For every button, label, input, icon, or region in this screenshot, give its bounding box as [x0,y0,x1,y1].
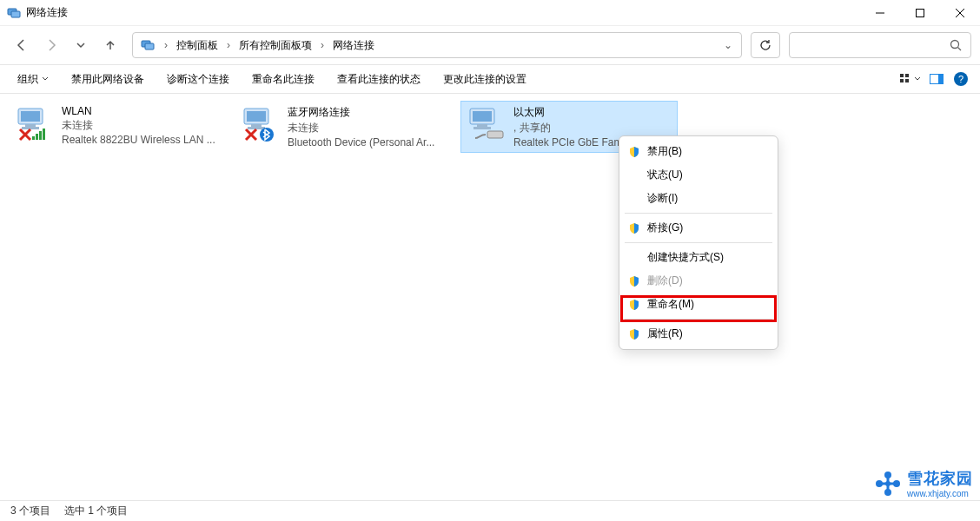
chevron-right-icon[interactable]: › [315,39,329,51]
ctx-label: 创建快捷方式(S) [647,250,724,265]
svg-point-41 [876,480,883,487]
svg-rect-27 [247,111,266,122]
adapter-name: WLAN [62,105,215,117]
context-menu: 禁用(B) 状态(U) 诊断(I) 桥接(G) 创建快捷方式(S) 删除(D) … [619,135,778,350]
diagnose-button[interactable]: 诊断这个连接 [156,69,240,90]
svg-rect-1 [11,11,20,17]
watermark-url: www.xhjaty.com [907,489,973,498]
svg-rect-3 [917,10,924,17]
svg-point-8 [951,41,959,49]
ctx-label: 状态(U) [647,168,683,182]
ctx-diagnose[interactable]: 诊断(I) [621,187,776,210]
chevron-down-icon [42,76,49,82]
search-input[interactable] [789,32,971,58]
svg-rect-11 [905,74,909,77]
svg-line-9 [958,48,962,51]
watermark: 雪花家园 www.xhjaty.com [874,468,973,498]
breadcrumb-item[interactable]: 控制面板 [173,36,222,55]
rename-button[interactable]: 重命名此连接 [242,69,325,90]
adapter-status: 未连接 [288,121,434,135]
svg-rect-34 [473,111,492,122]
svg-rect-18 [25,124,36,127]
command-bar: 组织 禁用此网络设备 诊断这个连接 重命名此连接 查看此连接的状态 更改此连接的… [0,64,980,94]
adapter-item-bluetooth[interactable]: 蓝牙网络连接 未连接 Bluetooth Device (Personal Ar… [235,101,452,153]
ctx-label: 禁用(B) [647,144,682,159]
organize-button[interactable]: 组织 [7,69,59,90]
item-count: 3 个项目 [10,504,50,518]
svg-rect-13 [905,79,909,82]
ctx-label: 重命名(M) [647,297,694,312]
svg-rect-7 [145,43,154,49]
watermark-title: 雪花家园 [907,468,973,489]
preview-pane-button[interactable] [924,69,949,89]
shield-icon [628,222,640,234]
status-bar: 3 个项目 选中 1 个项目 [0,500,980,521]
svg-rect-29 [248,127,265,129]
ctx-shortcut[interactable]: 创建快捷方式(S) [621,246,776,269]
minimize-button[interactable] [860,0,900,26]
close-button[interactable] [940,0,980,26]
view-options-button[interactable] [898,69,923,89]
back-button[interactable] [9,32,35,58]
svg-rect-23 [43,129,45,140]
svg-rect-19 [22,127,39,129]
selected-count: 选中 1 个项目 [64,504,128,518]
forward-button[interactable] [38,32,64,58]
disable-device-button[interactable]: 禁用此网络设备 [61,69,155,90]
ctx-status[interactable]: 状态(U) [621,163,776,187]
adapter-device: Realtek 8822BU Wireless LAN ... [62,134,215,146]
svg-point-38 [884,472,891,478]
bluetooth-icon [239,105,281,140]
shield-icon [628,146,640,158]
adapter-status: 未连接 [62,118,215,133]
chevron-right-icon[interactable]: › [222,39,235,51]
ctx-properties[interactable]: 属性(R) [621,322,776,346]
svg-point-39 [893,480,900,487]
separator [625,213,772,214]
up-button[interactable] [97,32,123,58]
ctx-delete: 删除(D) [621,269,776,293]
svg-point-40 [884,489,891,496]
svg-rect-28 [251,124,262,127]
wlan-icon [13,105,55,140]
navigation-row: › 控制面板 › 所有控制面板项 › 网络连接 ⌄ [0,26,980,64]
adapter-name: 以太网 [513,105,636,120]
svg-rect-12 [900,79,904,82]
adapter-device: Bluetooth Device (Personal Ar... [288,136,434,148]
chevron-down-icon [914,76,921,82]
svg-rect-37 [487,131,503,138]
ctx-label: 删除(D) [647,274,683,288]
maximize-button[interactable] [900,0,940,26]
breadcrumb-item[interactable]: 所有控制面板项 [235,36,315,55]
svg-rect-21 [36,134,38,140]
window-title: 网络连接 [26,5,860,20]
adapter-item-wlan[interactable]: WLAN 未连接 Realtek 8822BU Wireless LAN ... [9,101,226,153]
chevron-down-icon[interactable]: ⌄ [718,39,738,51]
separator [625,242,772,243]
ctx-label: 诊断(I) [647,191,678,206]
svg-rect-22 [39,131,42,140]
snowflake-icon [874,470,902,498]
refresh-button[interactable] [751,32,780,58]
view-status-button[interactable]: 查看此连接的状态 [327,69,431,90]
ctx-bridge[interactable]: 桥接(G) [621,216,776,240]
help-button[interactable]: ? [954,72,968,86]
ctx-disable[interactable]: 禁用(B) [621,140,776,163]
ctx-label: 属性(R) [647,326,683,341]
address-bar[interactable]: › 控制面板 › 所有控制面板项 › 网络连接 ⌄ [132,32,742,58]
separator [625,319,772,320]
ctx-rename[interactable]: 重命名(M) [621,293,776,316]
content-area: WLAN 未连接 Realtek 8822BU Wireless LAN ...… [0,94,980,500]
recent-button[interactable] [68,32,94,58]
shield-icon [628,328,640,340]
search-icon [950,39,962,51]
location-icon [140,37,156,53]
breadcrumb-item[interactable]: 网络连接 [329,36,378,55]
change-settings-button[interactable]: 更改此连接的设置 [433,69,537,90]
svg-rect-36 [473,127,491,129]
ctx-label: 桥接(G) [647,221,683,235]
adapter-list: WLAN 未连接 Realtek 8822BU Wireless LAN ...… [9,101,971,153]
chevron-right-icon[interactable]: › [159,39,173,51]
shield-icon [628,275,640,287]
adapter-status: , 共享的 [513,121,636,135]
